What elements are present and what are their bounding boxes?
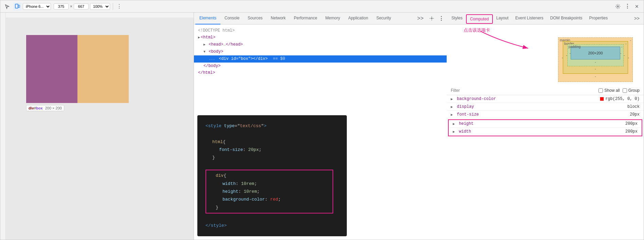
div-tag-name: div: [221, 56, 231, 61]
svg-rect-1: [18, 5, 20, 7]
prop-row-width: ▶ width 200px: [449, 128, 642, 136]
times-label: ×: [70, 4, 72, 9]
tab-sources-label: Sources: [248, 16, 263, 20]
devtools-more-icon[interactable]: ⋮: [437, 14, 445, 22]
code-line-style-open: <style type="text/css">: [205, 122, 339, 130]
prop-triangle-display[interactable]: ▶: [451, 105, 454, 108]
tab-console[interactable]: Console: [220, 13, 244, 24]
html-line-body: ▼ <body>: [198, 48, 443, 55]
code-tooltip: <style type="text/css"> html{ font-size:…: [197, 115, 347, 236]
code-width: width: 10rem;: [209, 180, 330, 188]
code-line-fontsize: font-size: 20px;: [205, 146, 339, 154]
close-icon[interactable]: ✕: [633, 2, 641, 11]
prop-triangle-height[interactable]: ▶: [453, 122, 456, 125]
element-id: box: [36, 106, 43, 110]
devtools-settings-icon[interactable]: [428, 14, 436, 22]
tab-memory[interactable]: Memory: [321, 13, 344, 24]
zoom-select[interactable]: 100%: [90, 3, 110, 10]
element-tag: div: [29, 106, 34, 110]
border-sides: - padding - -: [566, 44, 625, 66]
right-tab-styles-label: Styles: [451, 16, 463, 20]
width-input[interactable]: [54, 3, 69, 10]
div-attr-val: "box": [238, 56, 251, 61]
show-all-group: Show all: [598, 88, 620, 93]
webpage-preview: div#box 200 × 200: [26, 35, 129, 103]
tab-security[interactable]: Security: [372, 13, 395, 24]
filter-input[interactable]: [451, 88, 596, 93]
inspect-icon[interactable]: [3, 2, 11, 11]
body-triangle[interactable]: ▼: [203, 50, 205, 54]
html-triangle[interactable]: ▶: [198, 36, 200, 39]
annotation-area: 点击该选项卡: [447, 24, 644, 33]
html-line-html-close: </html>: [198, 69, 443, 76]
tab-memory-label: Memory: [325, 16, 340, 20]
prop-triangle-fontsize[interactable]: ▶: [451, 113, 454, 116]
border-right: -: [624, 53, 625, 57]
right-tab-event-listeners[interactable]: Event Listeners: [512, 13, 547, 24]
code-line-blank3: [205, 213, 339, 221]
prop-row-display: ▶ display block: [447, 103, 644, 111]
tab-elements[interactable]: Elements: [195, 13, 220, 24]
head-ellipsis: …: [223, 42, 226, 47]
device-select[interactable]: iPhone 6...: [23, 3, 51, 10]
border-bottom: -: [566, 67, 625, 71]
code-line-html-sel: html{: [205, 138, 339, 146]
right-tab-styles[interactable]: Styles: [448, 13, 466, 24]
settings-icon[interactable]: [614, 2, 622, 11]
ellipsis-label: ⋮: [625, 3, 630, 10]
head-tag-open: <head>: [209, 42, 223, 47]
html-line-head: ▶ <head>…</head>: [198, 41, 443, 48]
doctype-text: <!DOCTYPE html>: [198, 28, 235, 33]
right-panel: Styles Computed Layout Event Listeners D…: [447, 13, 644, 240]
prop-value-display: block: [627, 104, 640, 109]
tab-performance[interactable]: Performance: [290, 13, 321, 24]
prop-row-fontsize: ▶ font-size 20px: [447, 111, 644, 119]
div-attr-name: id=: [231, 56, 238, 61]
dots-expand[interactable]: ...: [209, 57, 215, 61]
head-triangle[interactable]: ▶: [203, 43, 205, 47]
right-tab-dom-breakpoints[interactable]: DOM Breakpoints: [547, 13, 586, 24]
padding-bottom: -: [570, 60, 622, 64]
device-toolbar: iPhone 6... × 100% ⋮ ⋮ ✕: [0, 0, 644, 13]
prop-value-height: 200px: [625, 121, 638, 126]
html-line-html: ▶<html>: [198, 34, 443, 41]
device-dimension-bar: iPhone 6... × 100%: [23, 3, 110, 10]
more-options-icon[interactable]: ⋮: [623, 2, 631, 11]
height-input[interactable]: [74, 3, 89, 10]
margin-dash-top: -: [630, 38, 631, 42]
code-style-close: </style>: [205, 222, 339, 229]
group-checkbox[interactable]: [623, 88, 627, 93]
html-line-div[interactable]: ... <div id="box"></div> == $0: [194, 55, 447, 63]
margin-right: -: [628, 56, 629, 59]
tab-network[interactable]: Network: [267, 13, 290, 24]
show-all-checkbox[interactable]: [598, 88, 603, 93]
tab-sources[interactable]: Sources: [244, 13, 267, 24]
svg-point-2: [617, 6, 619, 7]
right-tab-properties[interactable]: Properties: [586, 13, 611, 24]
prop-triangle-width[interactable]: ▶: [453, 130, 456, 133]
show-all-label[interactable]: Show all: [604, 88, 620, 93]
toolbar-dots-icon[interactable]: ⋮: [116, 2, 123, 10]
preview-content: div#box 200 × 200: [6, 18, 194, 240]
preview-with-ruler: div#box 200 × 200: [0, 18, 194, 240]
html-line-doctype: <!DOCTYPE html>: [198, 27, 443, 34]
padding-dash-top: -: [621, 45, 622, 49]
element-dims: 200 × 200: [45, 106, 62, 110]
tab-application[interactable]: Application: [344, 13, 372, 24]
device-toggle-icon[interactable]: [13, 2, 21, 11]
right-tab-layout[interactable]: Layout: [493, 13, 512, 24]
right-tab-more-icon[interactable]: >>: [631, 16, 642, 21]
prop-triangle-bgcolor[interactable]: ▶: [451, 98, 454, 101]
tab-more-icon[interactable]: >>: [414, 15, 426, 21]
prop-name-width: width: [459, 129, 623, 134]
code-div-close: }: [209, 204, 330, 211]
prop-value-fontsize: 20px: [630, 112, 640, 117]
html-tag: <html>: [201, 35, 215, 40]
group-label[interactable]: Group: [628, 88, 640, 93]
middle-panel: Elements Console Sources Network Perform…: [194, 13, 447, 240]
tab-performance-label: Performance: [294, 16, 317, 20]
close-label: ✕: [635, 4, 639, 9]
right-tab-computed[interactable]: Computed: [466, 14, 493, 24]
body-tag: <body>: [209, 49, 223, 54]
color-swatch-bgcolor[interactable]: [600, 97, 604, 101]
